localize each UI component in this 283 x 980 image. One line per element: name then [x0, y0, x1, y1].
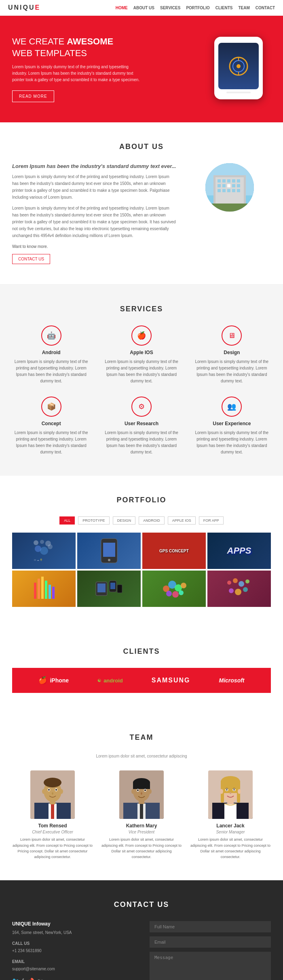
service-ios: 🍎 Apple IOS Lorem Ipsum is simply dummy … [102, 325, 180, 384]
svg-point-109 [220, 789, 223, 794]
svg-point-94 [148, 789, 152, 794]
svg-point-56 [227, 581, 231, 585]
hero-section: WE CREATE AWESOME WEB TEMPLATES Lorem Ip… [0, 16, 283, 122]
svg-point-106 [226, 789, 228, 791]
service-design: 🖥 Design Lorem Ipsum is simply dummy tex… [193, 325, 271, 384]
contact-title: CONTACT US [12, 900, 271, 909]
android-icon: ☯ [97, 678, 101, 683]
svg-point-54 [172, 591, 179, 598]
hero-headline: WE CREATE AWESOME WEB TEMPLATES [12, 36, 142, 59]
filter-app[interactable]: FOR APP [199, 516, 224, 525]
clients-title: CLIENTS [12, 647, 271, 656]
filter-design[interactable]: DESIGN [113, 516, 136, 525]
hero-cta-button[interactable]: READ MORE [12, 90, 54, 102]
team-name-1: Tom Rensed [12, 823, 93, 829]
svg-text:✉ ☁ 💡: ✉ ☁ 💡 [34, 558, 43, 562]
svg-rect-98 [224, 804, 237, 819]
svg-rect-42 [49, 585, 51, 599]
about-section: ABOUT US Lorem Ipsum has been the indust… [0, 122, 283, 284]
team-bio-2: Lorem ipsum dolor sit amet, consectetur … [101, 837, 182, 860]
svg-point-2 [237, 64, 241, 68]
portfolio-item-4[interactable]: APPS [207, 533, 271, 569]
about-want-more: Want to know more. [12, 243, 177, 250]
filter-prototype[interactable]: PROTOTYPE [78, 516, 109, 525]
svg-point-28 [34, 540, 38, 545]
portfolio-item-2[interactable] [77, 533, 141, 569]
service-ux-desc: Lorem Ipsum is simply dummy text of the … [193, 430, 271, 455]
svg-point-108 [230, 792, 231, 794]
service-research-icon: ⚙ [131, 397, 152, 417]
team-member-2: Kathern Mary Vice President Lorem ipsum … [101, 770, 182, 860]
svg-point-74 [55, 789, 57, 791]
svg-point-92 [141, 792, 142, 795]
service-ios-desc: Lorem Ipsum is simply dummy text of the … [102, 359, 180, 384]
services-grid: 🤖 Android Lorem Ipsum is simply dummy te… [12, 325, 271, 455]
nav-services[interactable]: SERVICES [160, 6, 180, 10]
portfolio-item-6[interactable] [77, 571, 141, 607]
portfolio-item-1[interactable]: ✉ ☁ 💡 [12, 533, 76, 569]
portfolio-label-gps: GPS CONCEPT [159, 549, 189, 553]
hero-phone-image [182, 37, 271, 101]
contact-email: support@sitename.com [12, 965, 133, 973]
svg-point-62 [243, 587, 248, 592]
svg-point-91 [144, 789, 146, 791]
contact-address: 164, Some street, NewYork, USA [12, 929, 133, 936]
portfolio-item-7[interactable] [142, 571, 206, 607]
fullname-input[interactable] [150, 921, 271, 932]
team-grid: Tom Rensed Chief Executive Officer Lorem… [12, 770, 271, 860]
team-name-3: Lancer Jack [190, 823, 271, 829]
twitter-icon[interactable]: 🐦 [12, 978, 19, 980]
portfolio-item-8[interactable] [207, 571, 271, 607]
nav-contact[interactable]: CONTACT [256, 6, 275, 10]
service-concept-name: Concept [12, 421, 90, 426]
about-contact-button[interactable]: CONTACT US [12, 254, 50, 264]
building-image [205, 163, 254, 212]
pinterest-icon[interactable]: 📌 [27, 978, 34, 980]
svg-point-57 [233, 578, 238, 583]
navbar: UNIQUE HOME ABOUT US SERVICES PORTFOLIO … [0, 0, 283, 16]
contact-form: SEND [150, 921, 271, 980]
svg-rect-102 [221, 787, 224, 803]
about-title: ABOUT US [12, 143, 271, 151]
googleplus-icon[interactable]: g+ [37, 978, 44, 980]
svg-rect-95 [139, 800, 144, 804]
service-concept: 📦 Concept Lorem Ipsum is simply dummy te… [12, 397, 90, 455]
about-content: Lorem Ipsum has been the industry's stan… [12, 163, 271, 264]
service-design-desc: Lorem Ipsum is simply dummy text of the … [193, 359, 271, 384]
team-role-3: Senior Manager [190, 830, 271, 834]
team-bio-3: Lorem ipsum dolor sit amet, consectetur … [190, 837, 271, 860]
portfolio-grid: ✉ ☁ 💡 GPS CONCEPT APPS [12, 533, 271, 607]
service-android-desc: Lorem Ipsum is simply dummy text of the … [12, 359, 90, 384]
svg-point-61 [235, 589, 241, 595]
svg-point-107 [233, 789, 235, 791]
nav-portfolio[interactable]: PORTFOLIO [186, 6, 209, 10]
service-concept-icon: 📦 [41, 397, 61, 417]
portfolio-item-5[interactable] [12, 571, 76, 607]
svg-point-32 [40, 547, 48, 555]
filter-all[interactable]: ALL [59, 516, 75, 525]
nav-about[interactable]: ABOUT US [133, 6, 154, 10]
service-design-icon: 🖥 [222, 325, 242, 346]
filter-ios[interactable]: APPLE IOS [168, 516, 196, 525]
nav-team[interactable]: TEAM [239, 6, 250, 10]
about-para-2: Lorem Ipsum is simply dummy text of the … [12, 205, 177, 239]
message-input[interactable] [150, 952, 271, 980]
service-android-name: Android [12, 350, 90, 355]
svg-rect-41 [45, 581, 47, 599]
nav-home[interactable]: HOME [116, 6, 128, 10]
team-role-2: Vice President [101, 830, 182, 834]
service-design-name: Design [193, 350, 271, 355]
filter-android[interactable]: ANDROID [139, 516, 165, 525]
svg-point-52 [181, 583, 186, 588]
portfolio-item-3[interactable]: GPS CONCEPT [142, 533, 206, 569]
svg-point-29 [40, 540, 44, 544]
service-ux-icon: 👥 [222, 397, 242, 417]
facebook-icon[interactable]: f [22, 978, 24, 980]
service-research: ⚙ User Research Lorem Ipsum is simply du… [102, 397, 180, 455]
nav-clients[interactable]: CLIENTS [215, 6, 233, 10]
client-samsung: SAMSUNG [152, 677, 190, 684]
team-photo-1 [30, 770, 75, 819]
service-research-name: User Research [102, 421, 180, 426]
email-input[interactable] [150, 936, 271, 948]
service-ux-name: User Experience [193, 421, 271, 426]
